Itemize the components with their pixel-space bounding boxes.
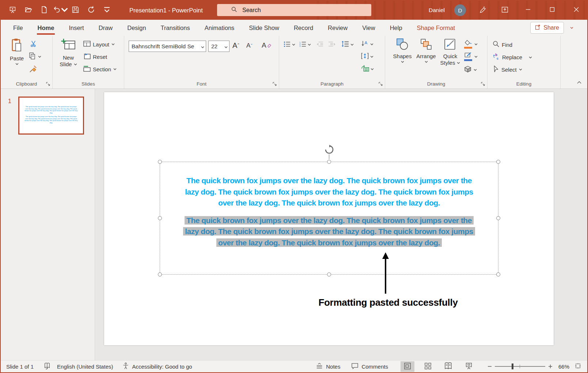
grow-font-button[interactable]: Aˆ [232, 41, 239, 50]
zoom-out-button[interactable] [485, 363, 495, 370]
select-button[interactable]: Select [493, 65, 522, 74]
decrease-indent-button[interactable] [316, 41, 323, 48]
paragraph-dialog-launcher[interactable] [378, 81, 383, 86]
line-spacing-button[interactable] [341, 41, 354, 48]
clipboard-dialog-launcher[interactable] [46, 81, 50, 86]
spellcheck-icon [44, 362, 50, 370]
slide-sorter-view-button[interactable] [421, 361, 435, 372]
slide-thumbnail[interactable]: The quick brown fox jumps over the lazy … [18, 97, 84, 135]
resize-handle-bottom-right[interactable] [496, 272, 500, 276]
notes-button[interactable]: Notes [316, 363, 340, 370]
tab-animations[interactable]: Animations [197, 20, 242, 36]
slide-indicator[interactable]: Slide 1 of 1 [6, 363, 34, 370]
bullets-button[interactable] [284, 41, 295, 48]
zoom-level[interactable]: 66% [558, 363, 569, 370]
undo-button[interactable] [53, 4, 66, 17]
text-direction-button[interactable]: A [361, 40, 373, 48]
normal-view-button[interactable] [401, 361, 414, 372]
copy-button[interactable] [29, 52, 41, 61]
font-dialog-launcher[interactable] [272, 81, 277, 86]
align-text-button[interactable] [361, 53, 373, 60]
language-button[interactable]: English (United States) [57, 363, 113, 370]
zoom-slider[interactable] [495, 366, 545, 367]
cut-button[interactable] [30, 40, 37, 48]
minimize-button[interactable] [521, 1, 535, 20]
slides-group: New Slide Layout Reset Section Slides [53, 36, 124, 88]
tab-slide-show[interactable]: Slide Show [242, 20, 287, 36]
rotate-handle[interactable] [325, 145, 334, 159]
tab-review[interactable]: Review [320, 20, 355, 36]
close-button[interactable] [569, 1, 584, 20]
undo-dropdown-chevron-icon[interactable] [61, 6, 67, 15]
tab-draw[interactable]: Draw [91, 20, 120, 36]
drawing-dialog-launcher[interactable] [481, 81, 485, 86]
tab-file[interactable]: File [6, 20, 30, 36]
avatar[interactable]: D [454, 4, 466, 16]
tab-record[interactable]: Record [287, 20, 320, 36]
shapes-button[interactable]: Shapes [392, 38, 413, 63]
shape-effects-button[interactable] [464, 66, 477, 74]
new-slide-button[interactable]: New Slide [57, 38, 80, 68]
slide-canvas[interactable]: The quick brown fox jumps over the lazy … [104, 92, 554, 345]
numbering-button[interactable]: 123 [299, 41, 311, 48]
text-box-content[interactable]: The quick brown fox jumps over the lazy … [160, 175, 498, 248]
selected-text-box[interactable]: The quick brown fox jumps over the lazy … [160, 162, 498, 275]
slide-thumbnail-panel: 1 The quick brown fox jumps over the laz… [1, 89, 95, 361]
collapse-ribbon-button[interactable] [577, 79, 581, 85]
tab-transitions[interactable]: Transitions [153, 20, 197, 36]
quick-styles-button[interactable]: Quick Styles [439, 38, 461, 66]
layout-button[interactable]: Layout [83, 41, 115, 48]
paragraph-1-line-3: over the lazy dog. The quick brown fox j… [160, 197, 498, 209]
section-button[interactable]: Section [83, 65, 117, 73]
shrink-font-button[interactable]: Aˇ [246, 42, 253, 49]
zoom-in-button[interactable] [545, 363, 555, 370]
ribbon-display-options-button[interactable] [498, 4, 511, 17]
new-file-button[interactable] [37, 4, 50, 17]
align-text-icon [361, 53, 369, 60]
replace-button[interactable]: bc Replace [493, 53, 532, 61]
paste-button[interactable]: Paste [7, 38, 26, 65]
user-name[interactable]: Daniel [429, 7, 445, 14]
resize-handle-top-right[interactable] [496, 160, 500, 164]
slideshow-view-button[interactable] [462, 361, 476, 372]
increase-indent-button[interactable] [328, 41, 335, 48]
maximize-button[interactable] [545, 1, 559, 20]
customize-quick-access-button[interactable] [100, 4, 113, 17]
format-painter-button[interactable] [29, 65, 37, 74]
tab-shape-format[interactable]: Shape Format [410, 20, 463, 36]
resize-handle-bottom-left[interactable] [158, 272, 162, 276]
comments-button[interactable]: Comments [351, 363, 388, 370]
fit-slide-button[interactable] [574, 362, 581, 370]
reset-button[interactable]: Reset [83, 53, 107, 60]
font-size-combo[interactable]: 22 [208, 41, 229, 52]
resize-handle-top-center[interactable] [327, 160, 331, 164]
convert-smartart-button[interactable] [361, 65, 374, 73]
find-button[interactable]: Find [493, 41, 512, 49]
tab-insert[interactable]: Insert [61, 20, 91, 36]
resize-handle-top-left[interactable] [158, 160, 162, 164]
tab-help[interactable]: Help [383, 20, 410, 36]
zoom-slider-handle[interactable] [512, 363, 513, 369]
reading-view-button[interactable] [441, 361, 455, 372]
save-button[interactable] [69, 4, 82, 17]
zoom-level-label: 66% [558, 363, 569, 370]
redo-button[interactable] [84, 4, 98, 17]
arrange-button[interactable]: Arrange [414, 38, 438, 63]
tab-view[interactable]: View [355, 20, 382, 36]
tab-home[interactable]: Home [30, 20, 62, 36]
open-button[interactable] [22, 4, 35, 17]
resize-handle-bottom-center[interactable] [327, 272, 331, 276]
accessibility-button[interactable]: Accessibility: Good to go [122, 362, 192, 370]
pen-sparkle-button[interactable] [475, 4, 489, 17]
start-slideshow-button[interactable] [6, 4, 19, 17]
tab-design[interactable]: Design [120, 20, 153, 36]
font-name-combo[interactable]: Bahnschrift SemiBold Se [129, 41, 206, 52]
share-button[interactable]: Share [530, 22, 564, 34]
shape-fill-button[interactable] [464, 40, 478, 49]
search-input[interactable]: Search [217, 4, 371, 16]
clear-formatting-button[interactable]: A [262, 41, 271, 49]
shape-outline-button[interactable] [464, 52, 478, 61]
spellcheck-button[interactable] [44, 362, 50, 370]
search-placeholder: Search [242, 7, 261, 14]
share-dropdown-chevron-icon[interactable] [570, 22, 573, 34]
